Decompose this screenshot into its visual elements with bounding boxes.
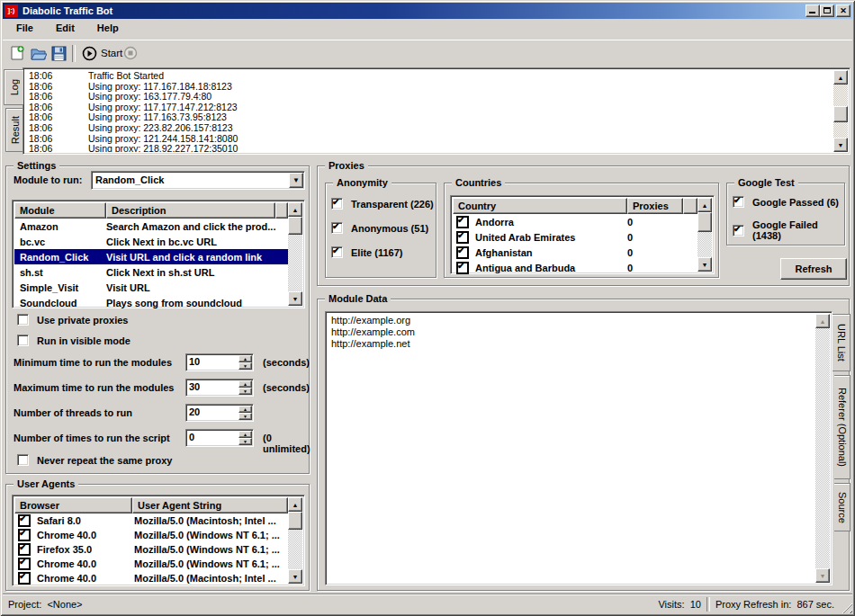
new-project-button[interactable] xyxy=(7,43,27,63)
ua-checkbox[interactable] xyxy=(18,558,31,570)
tab-url-list[interactable]: URL List xyxy=(832,314,850,371)
scroll-thumb[interactable] xyxy=(833,106,848,122)
column-header-browser[interactable]: Browser xyxy=(14,497,132,513)
use-private-proxies-checkbox[interactable] xyxy=(17,314,29,326)
spinner-up-button[interactable] xyxy=(238,431,252,438)
save-project-button[interactable] xyxy=(49,43,68,63)
refresh-button[interactable]: Refresh xyxy=(780,258,847,280)
country-checkbox[interactable] xyxy=(456,262,469,274)
transparent-checkbox[interactable] xyxy=(331,198,343,210)
transparent-row[interactable]: Transparent (226) xyxy=(331,198,434,210)
spinner-up-button[interactable] xyxy=(238,380,252,388)
column-header-description[interactable]: Description xyxy=(106,202,275,219)
user-agents-scrollbar[interactable] xyxy=(288,497,302,584)
scroll-up-button[interactable] xyxy=(833,70,848,85)
anonymous-checkbox[interactable] xyxy=(331,222,343,234)
threads-spinner[interactable]: 20 xyxy=(185,404,254,422)
spinner-down-button[interactable] xyxy=(238,388,252,395)
google-failed-checkbox[interactable] xyxy=(733,225,744,237)
google-passed-checkbox[interactable] xyxy=(733,196,744,208)
column-header-proxies[interactable]: Proxies xyxy=(627,198,683,214)
table-row[interactable]: AmazonSearch Amazon and click the prod..… xyxy=(14,219,288,234)
table-row[interactable]: Firefox 35.0Mozilla/5.0 (Windows NT 6.1;… xyxy=(14,542,288,557)
google-failed-row[interactable]: Google Failed (1438) xyxy=(733,219,844,241)
spinner-down-button[interactable] xyxy=(238,438,252,445)
tab-log[interactable]: Log xyxy=(4,69,23,105)
never-repeat-row[interactable]: Never repeat the same proxy xyxy=(17,454,172,466)
close-button[interactable]: ✕ xyxy=(836,4,850,17)
scroll-down-button[interactable] xyxy=(815,568,830,583)
tab-result[interactable]: Result xyxy=(5,108,23,152)
column-header-ua-string[interactable]: User Agent String xyxy=(132,497,288,513)
scroll-thumb[interactable] xyxy=(698,212,712,232)
spinner-down-button[interactable] xyxy=(238,362,252,370)
start-button[interactable]: Start xyxy=(78,43,126,63)
table-row[interactable]: SoundcloudPlays song from soundcloud xyxy=(14,295,288,310)
scroll-thumb[interactable] xyxy=(288,217,302,235)
country-checkbox[interactable] xyxy=(456,246,469,259)
table-row[interactable]: bc.vcClick Next in bc.vc URL xyxy=(14,234,288,249)
ua-checkbox[interactable] xyxy=(18,529,31,541)
elite-checkbox[interactable] xyxy=(331,246,343,258)
menu-file[interactable]: File xyxy=(6,19,43,37)
table-row[interactable]: United Arab Emirates0 xyxy=(453,229,698,245)
module-table-scrollbar[interactable] xyxy=(288,202,302,306)
maximize-button[interactable] xyxy=(820,4,834,17)
table-row[interactable]: Afghanistan0 xyxy=(453,245,698,260)
table-row[interactable]: Chrome 40.0Mozilla/5.0 (Macintosh; Intel… xyxy=(14,571,288,585)
table-row[interactable]: Andorra0 xyxy=(453,214,698,229)
scroll-up-button[interactable] xyxy=(288,497,302,512)
spinner-down-button[interactable] xyxy=(238,413,252,420)
country-checkbox[interactable] xyxy=(456,231,469,244)
table-row[interactable]: Random_ClickVisit URL and click a random… xyxy=(14,249,288,264)
scroll-down-button[interactable] xyxy=(833,138,848,152)
use-private-proxies-row[interactable]: Use private proxies xyxy=(17,314,129,326)
table-row[interactable]: Safari 8.0Mozilla/5.0 (Macintosh; Intel … xyxy=(14,513,288,528)
google-passed-row[interactable]: Google Passed (6) xyxy=(733,196,839,208)
menu-help[interactable]: Help xyxy=(87,19,129,37)
column-header-country[interactable]: Country xyxy=(453,198,627,214)
open-project-button[interactable] xyxy=(28,43,48,63)
spinner-up-button[interactable] xyxy=(238,406,252,413)
minimize-button[interactable] xyxy=(806,4,820,17)
run-visible-mode-checkbox[interactable] xyxy=(17,335,29,346)
ua-checkbox[interactable] xyxy=(18,543,31,556)
table-row[interactable]: Antigua and Barbuda0 xyxy=(453,260,698,275)
log-output[interactable]: 18:06Traffic Bot Started 18:06Using prox… xyxy=(22,67,850,155)
countries-scrollbar[interactable] xyxy=(698,198,712,272)
scroll-down-button[interactable] xyxy=(288,291,302,306)
title-bar[interactable]: ]:) Diabolic Traffic Bot ✕ xyxy=(3,3,852,19)
log-scrollbar[interactable] xyxy=(833,70,848,152)
run-visible-mode-row[interactable]: Run in visible mode xyxy=(17,335,130,346)
ua-checkbox[interactable] xyxy=(18,514,31,527)
scroll-up-button[interactable] xyxy=(815,314,830,328)
column-header-module[interactable]: Module xyxy=(14,202,106,219)
table-row[interactable]: Chrome 40.0Mozilla/5.0 (Windows NT 6.1; … xyxy=(14,557,288,571)
run-times-spinner[interactable]: 0 xyxy=(185,429,254,447)
min-time-spinner[interactable]: 10 xyxy=(185,353,254,371)
stop-button[interactable] xyxy=(121,43,140,63)
scroll-down-button[interactable] xyxy=(698,257,712,272)
spinner-down-icon xyxy=(243,440,248,444)
scroll-down-button[interactable] xyxy=(288,569,302,584)
scroll-up-button[interactable] xyxy=(698,198,712,212)
combobox-dropdown-button[interactable] xyxy=(289,173,303,188)
module-to-run-combobox[interactable]: Random_Click xyxy=(91,171,305,190)
table-row[interactable]: Simple_VisitVisit URL xyxy=(14,280,288,295)
table-row[interactable]: Chrome 40.0Mozilla/5.0 (Windows NT 6.1; … xyxy=(14,528,288,542)
table-row[interactable]: sh.stClick Next in sh.st URL xyxy=(14,264,288,280)
module-data-textarea[interactable]: http://example.org http://example.com ht… xyxy=(325,311,832,585)
module-data-scrollbar[interactable] xyxy=(815,314,830,583)
tab-referer[interactable]: Referer (Optional) xyxy=(834,375,850,479)
scroll-thumb[interactable] xyxy=(288,512,302,530)
elite-row[interactable]: Elite (1167) xyxy=(331,246,402,258)
tab-source[interactable]: Source xyxy=(834,483,850,531)
spinner-up-button[interactable] xyxy=(238,355,252,362)
scroll-up-button[interactable] xyxy=(288,202,302,217)
anonymous-row[interactable]: Anonymous (51) xyxy=(331,222,428,234)
max-time-spinner[interactable]: 30 xyxy=(185,379,254,397)
menu-edit[interactable]: Edit xyxy=(46,19,85,37)
ua-checkbox[interactable] xyxy=(18,572,31,585)
country-checkbox[interactable] xyxy=(456,216,469,228)
never-repeat-checkbox[interactable] xyxy=(17,454,29,466)
